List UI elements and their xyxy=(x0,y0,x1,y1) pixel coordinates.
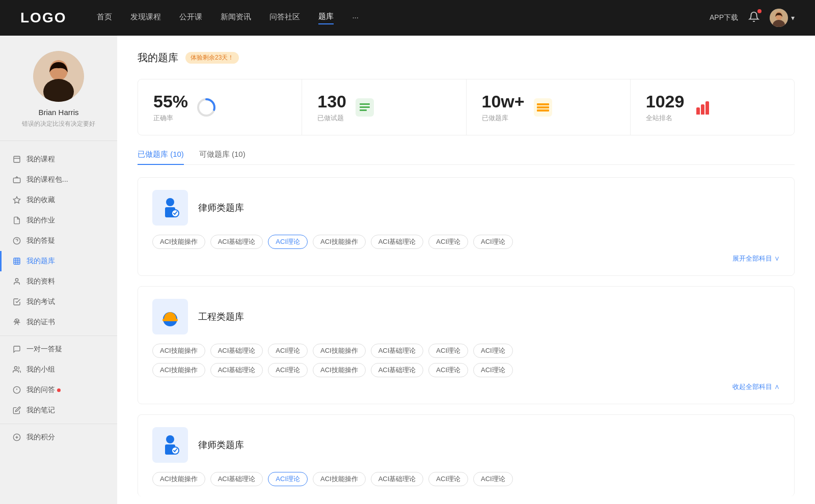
tag-active[interactable]: ACI理论 xyxy=(268,472,308,486)
sidebar-profile: Brian Harris 错误的决定比没有决定要好 xyxy=(0,51,117,141)
tag[interactable]: ACI理论 xyxy=(428,363,468,377)
tag[interactable]: ACI技能操作 xyxy=(313,363,366,377)
tag[interactable]: ACI技能操作 xyxy=(152,344,205,358)
tag[interactable]: ACI基础理论 xyxy=(371,472,424,486)
tags-row-lawyer-2: ACI技能操作 ACI基础理论 ACI理论 ACI技能操作 ACI基础理论 AC… xyxy=(152,472,780,486)
sidebar-item-one-on-one[interactable]: 一对一答疑 xyxy=(0,339,117,359)
tag[interactable]: ACI理论 xyxy=(268,344,308,358)
qbank-icon-engineer xyxy=(152,299,188,334)
stat-done-banks-value: 10w+ xyxy=(482,92,525,111)
svg-rect-36 xyxy=(537,109,549,111)
sidebar-item-exam[interactable]: 我的考试 xyxy=(0,292,117,312)
exam-icon xyxy=(12,297,21,306)
notes-icon xyxy=(12,406,21,415)
tag[interactable]: ACI基础理论 xyxy=(210,235,263,249)
sidebar-label-qbank: 我的题库 xyxy=(26,257,55,266)
main-header: LOGO 首页 发现课程 公开课 新闻资讯 问答社区 题库 ··· APP下载 xyxy=(0,0,815,36)
sidebar-label-group: 我的小组 xyxy=(26,365,55,374)
sidebar-item-qbank[interactable]: 我的题库 xyxy=(0,251,117,271)
tag[interactable]: ACI技能操作 xyxy=(152,235,205,249)
logo: LOGO xyxy=(20,10,66,26)
profile-avatar xyxy=(33,51,84,102)
sidebar-label-qa: 我的答疑 xyxy=(26,236,55,245)
main-layout: Brian Harris 错误的决定比没有决定要好 我的课程 xyxy=(0,36,815,504)
tag[interactable]: ACI基础理论 xyxy=(210,363,263,377)
tag[interactable]: ACI技能操作 xyxy=(152,472,205,486)
page-title: 我的题库 xyxy=(138,51,178,65)
tag[interactable]: ACI基础理论 xyxy=(210,344,263,358)
cert-icon xyxy=(12,318,21,327)
tag[interactable]: ACI理论 xyxy=(473,344,513,358)
tag[interactable]: ACI技能操作 xyxy=(313,235,366,249)
sidebar-item-cert[interactable]: 我的证书 xyxy=(0,312,117,332)
stat-done-banks-label: 已做题库 xyxy=(482,114,525,123)
points-icon xyxy=(12,433,21,442)
myqa-icon xyxy=(12,385,21,395)
main-content: 我的题库 体验剩余23天！ 55% 正确率 xyxy=(117,36,815,504)
sidebar-item-package[interactable]: 我的课程包... xyxy=(0,170,117,190)
tags-row-lawyer-1: ACI技能操作 ACI基础理论 ACI理论 ACI技能操作 ACI基础理论 AC… xyxy=(152,235,780,249)
stat-accuracy-label: 正确率 xyxy=(153,114,188,123)
svg-point-20 xyxy=(14,367,17,369)
profile-doc-icon xyxy=(12,277,21,286)
tag-active[interactable]: ACI理论 xyxy=(268,235,308,249)
tag[interactable]: ACI理论 xyxy=(473,235,513,249)
tab-available-banks[interactable]: 可做题库 (10) xyxy=(199,150,246,164)
nav-home[interactable]: 首页 xyxy=(97,12,112,24)
svg-rect-30 xyxy=(360,103,370,105)
tab-done-banks[interactable]: 已做题库 (10) xyxy=(138,150,184,164)
tag[interactable]: ACI理论 xyxy=(428,472,468,486)
qbank-title-engineer: 工程类题库 xyxy=(198,311,244,323)
sidebar-item-favorites[interactable]: 我的收藏 xyxy=(0,190,117,210)
tag[interactable]: ACI技能操作 xyxy=(313,344,366,358)
sidebar-label-exam: 我的考试 xyxy=(26,297,55,306)
tag[interactable]: ACI技能操作 xyxy=(313,472,366,486)
nav-open-course[interactable]: 公开课 xyxy=(179,12,202,24)
collapse-button-engineer[interactable]: 收起全部科目 ∧ xyxy=(152,382,780,391)
tag[interactable]: ACI理论 xyxy=(268,363,308,377)
tag[interactable]: ACI理论 xyxy=(428,235,468,249)
tag[interactable]: ACI理论 xyxy=(428,344,468,358)
nav-qa[interactable]: 问答社区 xyxy=(269,12,300,24)
sidebar-label-profile: 我的资料 xyxy=(26,277,55,286)
sidebar-item-myqa[interactable]: 我的问答 xyxy=(0,380,117,400)
qbank-icon xyxy=(12,257,21,266)
svg-point-18 xyxy=(15,278,18,281)
sidebar-item-notes[interactable]: 我的笔记 xyxy=(0,400,117,421)
sidebar-item-course[interactable]: 我的课程 xyxy=(0,149,117,170)
svg-rect-34 xyxy=(537,103,549,105)
tag[interactable]: ACI基础理论 xyxy=(371,235,424,249)
stat-done-questions-value: 130 xyxy=(317,92,346,111)
sidebar-divider-2 xyxy=(0,424,117,424)
app-download-button[interactable]: APP下载 xyxy=(710,13,738,22)
sidebar-item-group[interactable]: 我的小组 xyxy=(0,359,117,380)
user-avatar-button[interactable]: ▾ xyxy=(770,9,795,27)
nav-discover[interactable]: 发现课程 xyxy=(130,12,161,24)
stat-ranking-label: 全站排名 xyxy=(646,114,685,123)
nav-news[interactable]: 新闻资讯 xyxy=(221,12,251,24)
qbank-section-engineer: 工程类题库 ACI技能操作 ACI基础理论 ACI理论 ACI技能操作 ACI基… xyxy=(138,286,795,404)
tag[interactable]: ACI基础理论 xyxy=(371,344,424,358)
done-questions-icon xyxy=(355,97,375,118)
sidebar-item-profile[interactable]: 我的资料 xyxy=(0,271,117,292)
sidebar-item-points[interactable]: 我的积分 xyxy=(0,427,117,447)
stat-accuracy: 55% 正确率 xyxy=(138,79,302,135)
sidebar-item-homework[interactable]: 我的作业 xyxy=(0,210,117,231)
sidebar-item-qa[interactable]: 我的答疑 xyxy=(0,231,117,251)
qbank-header-engineer: 工程类题库 xyxy=(152,299,780,334)
nav-more[interactable]: ··· xyxy=(352,13,359,23)
notification-bell[interactable] xyxy=(748,11,759,25)
done-banks-icon xyxy=(533,97,553,118)
nav-qbank[interactable]: 题库 xyxy=(318,12,334,24)
svg-rect-32 xyxy=(360,109,367,111)
question-icon xyxy=(12,236,21,245)
tag[interactable]: ACI基础理论 xyxy=(371,363,424,377)
package-icon xyxy=(12,175,21,184)
homework-icon xyxy=(12,216,21,225)
expand-button-lawyer-1[interactable]: 展开全部科目 ∨ xyxy=(152,254,780,263)
tag[interactable]: ACI理论 xyxy=(473,472,513,486)
tag[interactable]: ACI理论 xyxy=(473,363,513,377)
qbank-section-lawyer-1: 律师类题库 ACI技能操作 ACI基础理论 ACI理论 ACI技能操作 ACI基… xyxy=(138,177,795,276)
tag[interactable]: ACI技能操作 xyxy=(152,363,205,377)
tag[interactable]: ACI基础理论 xyxy=(210,472,263,486)
